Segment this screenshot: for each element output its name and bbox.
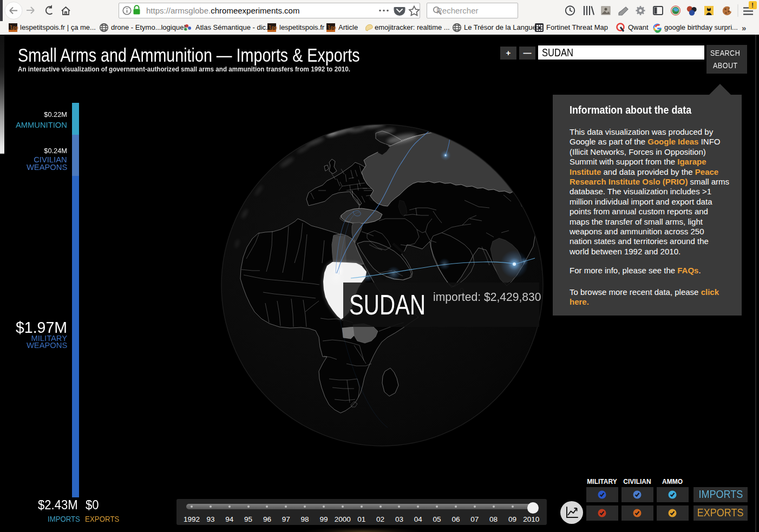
svg-text:!: ! xyxy=(751,2,754,9)
svg-text:lpp: lpp xyxy=(10,25,18,31)
svg-text:»: » xyxy=(742,23,746,32)
